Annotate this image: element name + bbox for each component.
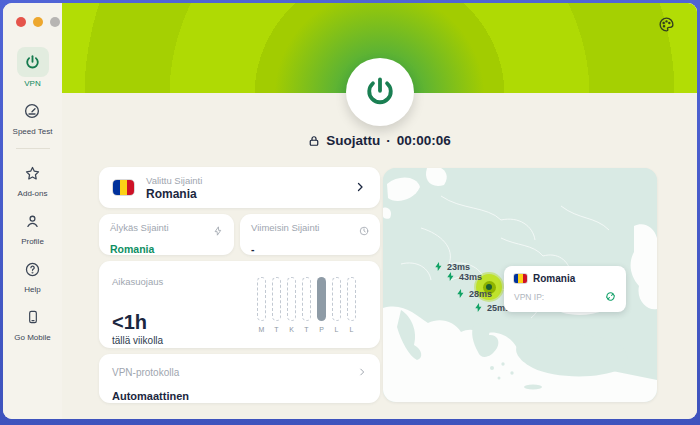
last-location-label: Viimeisin Sijainti <box>251 222 319 233</box>
smart-location-label: Älykäs Sijainti <box>110 222 169 233</box>
last-location-card[interactable]: Viimeisin Sijainti - <box>240 214 380 255</box>
sidebar-item-add-ons[interactable]: Add-ons <box>18 159 48 198</box>
bolt-icon <box>433 261 444 272</box>
tooltip-country: Romania <box>533 273 575 284</box>
time-protection-sublabel: tällä viikolla <box>112 335 367 346</box>
speedometer-icon <box>17 97 47 125</box>
smart-location-value: Romania <box>110 243 223 255</box>
bolt-icon <box>213 222 223 240</box>
vpn-protocol-card[interactable]: VPN-protokolla Automaattinen <box>99 354 380 403</box>
vpn-protocol-label: VPN-protokolla <box>112 367 179 378</box>
usage-bar-active <box>317 277 326 321</box>
refresh-ip-icon[interactable] <box>605 288 616 306</box>
selected-location-card[interactable]: Valittu Sijainti Romania <box>99 167 380 208</box>
day-label: L <box>335 326 339 333</box>
sidebar-item-profile[interactable]: Profile <box>18 207 48 246</box>
ping-marker: 28ms <box>455 288 492 299</box>
day-label: M <box>259 326 265 333</box>
last-location-value: - <box>251 243 369 255</box>
time-protection-label: Aikasuojaus <box>112 276 163 287</box>
ping-marker: 43ms <box>445 271 482 282</box>
usage-bar <box>302 277 311 321</box>
usage-bar <box>257 277 266 321</box>
usage-bar <box>287 277 296 321</box>
app-window: VPN Speed Test Add-ons Profile <box>3 3 697 419</box>
connection-tooltip: Romania VPN IP: <box>504 266 626 312</box>
status-label: Suojattu <box>326 133 380 148</box>
usage-bar <box>332 277 341 321</box>
clock-icon <box>359 222 369 240</box>
chevron-right-icon <box>354 179 366 197</box>
romania-flag-icon <box>113 180 134 195</box>
bolt-icon <box>455 288 466 299</box>
lock-icon <box>308 134 320 148</box>
day-label: P <box>319 326 324 333</box>
theme-palette-icon[interactable] <box>658 16 675 37</box>
minimize-button[interactable] <box>33 17 43 27</box>
close-button[interactable] <box>16 17 26 27</box>
selected-location-label: Valittu Sijainti <box>146 175 354 186</box>
usage-bar <box>272 277 281 321</box>
map-card[interactable]: 23ms 43ms 28ms 25ms Romania <box>383 168 657 402</box>
sidebar-divider <box>16 148 50 149</box>
sidebar-item-label: Profile <box>21 237 44 246</box>
status-separator: · <box>386 133 391 148</box>
sidebar-item-label: VPN <box>24 79 40 88</box>
ping-value: 28ms <box>469 289 492 299</box>
day-label: L <box>350 326 354 333</box>
question-icon <box>18 255 48 283</box>
ping-value: 23ms <box>447 262 470 272</box>
sidebar-nav: VPN Speed Test Add-ons Profile <box>3 47 62 351</box>
user-icon <box>18 207 48 235</box>
sidebar-item-vpn[interactable]: VPN <box>17 47 49 88</box>
session-timer: 00:00:06 <box>397 133 451 148</box>
traffic-lights <box>16 17 60 27</box>
day-label: K <box>289 326 294 333</box>
sidebar-item-help[interactable]: Help <box>18 255 48 294</box>
phone-icon <box>18 303 48 331</box>
sidebar-item-label: Add-ons <box>18 189 48 198</box>
weekly-usage-chart: M T K T P L L <box>257 277 367 333</box>
sidebar-item-label: Speed Test <box>13 127 53 136</box>
main-area: Suojattu · 00:00:06 Valittu Sijainti Rom… <box>62 3 697 419</box>
chevron-right-icon <box>357 363 367 381</box>
star-icon <box>18 159 48 187</box>
day-label: T <box>304 326 308 333</box>
selected-location-value: Romania <box>146 187 354 201</box>
smart-location-card[interactable]: Älykäs Sijainti Romania <box>99 214 234 255</box>
connection-status: Suojattu · 00:00:06 <box>62 133 697 148</box>
zoom-button[interactable] <box>50 17 60 27</box>
disconnect-power-button[interactable] <box>346 58 414 126</box>
vpn-protocol-value: Automaattinen <box>112 390 367 402</box>
day-label: T <box>274 326 278 333</box>
sidebar-item-label: Go Mobile <box>14 333 50 342</box>
sidebar: VPN Speed Test Add-ons Profile <box>3 3 62 419</box>
usage-bar <box>347 277 356 321</box>
power-icon <box>363 75 397 109</box>
sidebar-item-speed-test[interactable]: Speed Test <box>13 97 53 136</box>
bolt-icon <box>473 302 484 313</box>
sidebar-item-go-mobile[interactable]: Go Mobile <box>14 303 50 342</box>
ping-value: 43ms <box>459 272 482 282</box>
time-protection-card: Aikasuojaus <1h tällä viikolla M T K T P… <box>99 261 380 348</box>
bolt-icon <box>445 271 456 282</box>
tooltip-ip-label: VPN IP: <box>514 292 544 302</box>
sidebar-item-label: Help <box>24 285 40 294</box>
power-icon <box>17 47 49 77</box>
romania-flag-icon <box>514 274 527 283</box>
